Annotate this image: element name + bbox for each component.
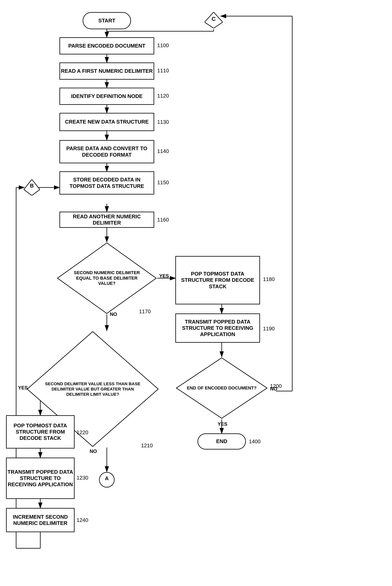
node-1220: POP TOPMOST DATA STRUCTURE FROM DECODE S… — [6, 415, 74, 448]
node-1150: STORE DECODED DATA IN TOPMOST DATA STRUC… — [60, 171, 154, 194]
ref-1100: 1100 — [157, 42, 169, 48]
node-1120-label: IDENTIFY DEFINITION NODE — [71, 93, 143, 100]
ref-1190: 1190 — [263, 326, 275, 332]
node-1230: TRANSMIT POPPED DATA STRUCTURE TO RECEIV… — [6, 458, 74, 499]
yes-label-1200: YES — [218, 421, 227, 427]
c-connector-label: C — [204, 16, 223, 22]
node-1240: INCREMENT SECOND NUMERIC DELIMITER — [6, 508, 74, 532]
ref-1180: 1180 — [263, 276, 275, 282]
node-1190-label: TRANSMIT POPPED DATA STRUCTURE TO RECEIV… — [176, 319, 260, 338]
node-1220-label: POP TOPMOST DATA STRUCTURE FROM DECODE S… — [7, 422, 74, 442]
no-label-1200: NO — [270, 386, 277, 392]
a-connector-label: A — [99, 475, 115, 482]
no-label-1170: NO — [110, 312, 117, 317]
ref-1130: 1130 — [157, 119, 169, 125]
node-1180-label: POP TOPMOST DATA STRUCTURE FROM DECODE S… — [176, 271, 260, 290]
ref-end: 1400 — [249, 438, 260, 445]
node-1210-label: SECOND DELIMITER VALUE LESS THAN BASE DE… — [26, 381, 159, 397]
ref-1220: 1220 — [76, 429, 88, 436]
node-1100: PARSE ENCODED DOCUMENT — [60, 37, 154, 54]
ref-1230: 1230 — [76, 475, 88, 481]
start-node: START — [83, 12, 131, 29]
end-node: END — [198, 434, 246, 450]
start-label: START — [98, 18, 116, 24]
ref-1140: 1140 — [157, 148, 169, 154]
node-1110: READ A FIRST NUMERIC DELIMITER — [60, 62, 154, 80]
node-1130: CREATE NEW DATA STRUCTURE — [60, 113, 154, 131]
yes-label-1210: YES — [18, 385, 28, 391]
node-1170-label: SECOND NUMERIC DELIMITER EQUAL TO BASE D… — [56, 270, 157, 286]
node-1240-label: INCREMENT SECOND NUMERIC DELIMITER — [7, 514, 74, 526]
node-1140: PARSE DATA AND CONVERT TO DECODED FORMAT — [60, 140, 154, 163]
ref-1110: 1110 — [157, 68, 169, 74]
node-1100-label: PARSE ENCODED DOCUMENT — [68, 43, 145, 49]
node-1200-label: END OF ENCODED DOCUMENT? — [177, 386, 267, 391]
ref-1210: 1210 — [141, 442, 153, 449]
node-1150-label: STORE DECODED DATA IN TOPMOST DATA STRUC… — [60, 176, 154, 189]
ref-1170: 1170 — [139, 308, 151, 315]
node-1140-label: PARSE DATA AND CONVERT TO DECODED FORMAT — [60, 145, 154, 158]
node-1160: READ ANOTHER NUMERIC DELIMITER — [60, 212, 154, 228]
yes-label-1170: YES — [159, 273, 169, 279]
ref-1240: 1240 — [76, 517, 88, 523]
node-1190: TRANSMIT POPPED DATA STRUCTURE TO RECEIV… — [175, 314, 260, 343]
node-1160-label: READ ANOTHER NUMERIC DELIMITER — [60, 214, 154, 226]
node-1110-label: READ A FIRST NUMERIC DELIMITER — [61, 68, 153, 74]
node-1120: IDENTIFY DEFINITION NODE — [60, 88, 154, 105]
end-label: END — [216, 438, 227, 444]
ref-1120: 1120 — [157, 93, 169, 99]
ref-1150: 1150 — [157, 180, 169, 186]
no-label-1210: NO — [90, 448, 97, 454]
b-connector-label: B — [24, 183, 40, 189]
node-1130-label: CREATE NEW DATA STRUCTURE — [65, 119, 148, 125]
ref-1160: 1160 — [157, 217, 169, 223]
node-1230-label: TRANSMIT POPPED DATA STRUCTURE TO RECEIV… — [7, 469, 74, 488]
node-1180: POP TOPMOST DATA STRUCTURE FROM DECODE S… — [175, 256, 260, 304]
